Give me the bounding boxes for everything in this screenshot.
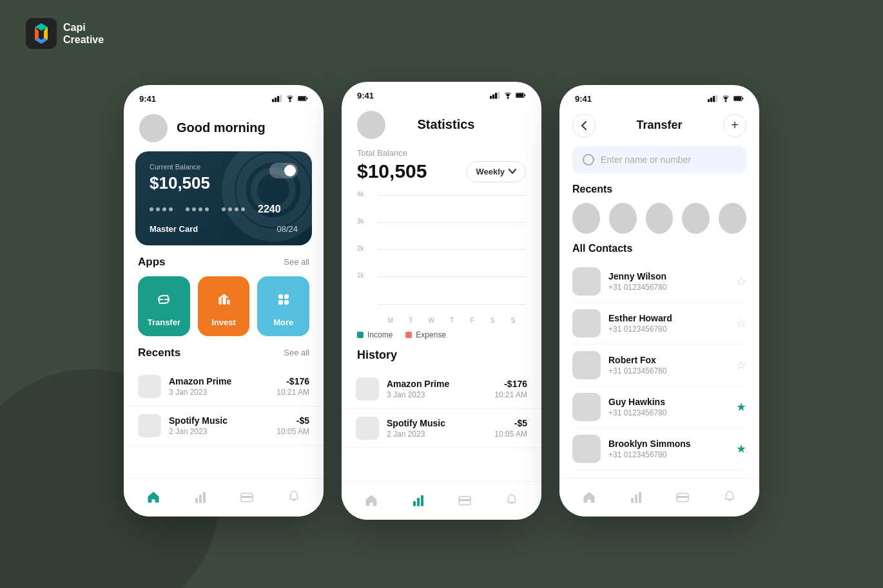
more-label: More	[273, 318, 293, 327]
nav-home-button[interactable]	[146, 489, 161, 505]
recents-section: Recents	[559, 184, 759, 243]
svg-rect-35	[708, 99, 710, 102]
nav-bell-button[interactable]	[286, 489, 302, 505]
transaction-item[interactable]: Amazon Prime 3 Jan 2023 -$176 10:21 AM	[124, 367, 324, 406]
more-icon	[272, 288, 295, 311]
battery-icon-2	[516, 91, 526, 99]
svg-rect-36	[710, 97, 712, 102]
app-invest-button[interactable]: Invest	[198, 276, 250, 336]
nav-home-button-2[interactable]	[364, 493, 379, 508]
legend-expense-item: Expense	[405, 330, 446, 339]
card-type: Master Card	[150, 224, 198, 234]
contact-avatar-guy	[572, 393, 601, 421]
contact-item-guy[interactable]: Guy Hawkins +31 0123456780 ★	[572, 386, 746, 428]
dot	[162, 207, 166, 211]
history-info-spotify: Spotify Music 2 Jan 2023	[387, 418, 487, 439]
contact-item-esther[interactable]: Esther Howard +31 0123456780 ☆	[572, 303, 746, 345]
x-label-w: W	[421, 317, 442, 324]
contact-item-jenny[interactable]: Jenny Wilson +31 0123456780 ☆	[572, 261, 746, 303]
add-button[interactable]: +	[723, 114, 746, 137]
favorite-button-guy[interactable]: ★	[736, 400, 746, 414]
recent-avatar-2[interactable]	[609, 203, 637, 234]
status-bar-2: 9:41	[342, 82, 541, 104]
nav-stats-button[interactable]	[193, 489, 208, 505]
back-button[interactable]	[572, 114, 596, 137]
favorite-button-jenny[interactable]: ☆	[736, 274, 746, 289]
home-header: Good morning	[124, 108, 324, 151]
history-right-amazon: -$176 10:21 AM	[494, 379, 527, 399]
recent-avatar-5[interactable]	[719, 203, 746, 234]
svg-rect-22	[241, 496, 253, 498]
contact-name-guy: Guy Hawkins	[608, 397, 728, 407]
status-icons-1	[272, 95, 308, 102]
recent-avatar-3[interactable]	[646, 203, 674, 234]
nav-card-button-3[interactable]	[675, 489, 690, 505]
contact-info-esther: Esther Howard +31 0123456780	[608, 313, 728, 334]
history-item-amazon[interactable]: Amazon Prime 3 Jan 2023 -$176 10:21 AM	[342, 370, 541, 409]
history-name: Amazon Prime	[387, 379, 487, 389]
period-selector[interactable]: Weekly	[466, 161, 526, 182]
battery-icon	[298, 95, 308, 102]
contact-item-robert[interactable]: Robert Fox +31 0123456780 ☆	[572, 345, 746, 386]
dot	[199, 207, 202, 211]
recent-avatar-1[interactable]	[572, 203, 600, 234]
balance-section: Total Balance $10,505 Weekly	[342, 148, 541, 189]
wifi-icon-3	[721, 95, 731, 102]
app-more-button[interactable]: More	[257, 276, 309, 336]
apps-see-all[interactable]: See all	[284, 257, 309, 267]
invest-icon	[212, 288, 235, 311]
svg-rect-24	[492, 94, 494, 99]
search-box[interactable]: Enter name or number	[572, 146, 746, 173]
bars-container	[378, 195, 526, 305]
contact-avatar-esther	[572, 309, 601, 337]
recent-avatar-4[interactable]	[682, 203, 710, 234]
svg-rect-14	[278, 294, 283, 299]
signal-icon	[272, 95, 282, 102]
bank-card[interactable]: Current Balance $10,505	[135, 151, 312, 245]
x-label-f: F	[462, 317, 483, 324]
contact-item-brooklyn[interactable]: Brooklyn Simmons +31 0123456780 ★	[572, 428, 746, 470]
app-transfer-button[interactable]: Transfer	[138, 276, 190, 336]
nav-bell-button-3[interactable]	[722, 489, 737, 505]
transaction-item[interactable]: Spotify Music 2 Jan 2023 -$5 10:05 AM	[124, 406, 324, 446]
history-info-amazon: Amazon Prime 3 Jan 2023	[387, 379, 487, 399]
card-toggle[interactable]	[269, 163, 298, 178]
recents-avatars	[572, 203, 746, 234]
tx-info-amazon: Amazon Prime 3 Jan 2023	[169, 376, 269, 397]
history-item-spotify[interactable]: Spotify Music 2 Jan 2023 -$5 10:05 AM	[342, 409, 541, 448]
contacts-section: All Contacts Jenny Wilson +31 0123456780…	[559, 243, 759, 470]
legend-income-dot	[357, 332, 364, 338]
apps-section-header: Apps See all	[124, 256, 324, 276]
nav-stats-button-2[interactable]	[411, 493, 426, 508]
svg-rect-46	[677, 496, 688, 498]
balance-info: Total Balance $10,505	[357, 148, 427, 182]
svg-rect-25	[495, 93, 497, 99]
nav-card-button[interactable]	[239, 489, 255, 505]
recents-see-all[interactable]: See all	[284, 348, 309, 357]
nav-bell-button-2[interactable]	[504, 493, 519, 508]
history-date: 3 Jan 2023	[387, 390, 487, 399]
nav-card-button-2[interactable]	[457, 493, 472, 508]
svg-rect-42	[631, 498, 634, 503]
svg-rect-37	[713, 96, 715, 102]
nav-stats-button-3[interactable]	[628, 489, 644, 505]
tx-date: 3 Jan 2023	[169, 388, 269, 397]
contact-avatar-robert	[572, 351, 601, 379]
favorite-button-esther[interactable]: ☆	[736, 316, 746, 330]
tx-time: 10:21 AM	[277, 388, 309, 397]
recents-title: Recents	[138, 346, 180, 359]
nav-home-button-3[interactable]	[581, 489, 597, 505]
tx-amount: -$5	[277, 415, 309, 426]
tx-name: Spotify Music	[169, 415, 269, 426]
balance-amount: $10,505	[357, 160, 427, 182]
history-date: 2 Jan 2023	[387, 430, 487, 439]
y-label-1k: 1k	[357, 272, 364, 279]
svg-rect-43	[635, 495, 637, 503]
tx-right-amazon: -$176 10:21 AM	[277, 376, 309, 397]
svg-rect-15	[284, 294, 289, 299]
favorite-button-brooklyn[interactable]: ★	[736, 442, 746, 456]
svg-rect-41	[734, 97, 741, 100]
phone-home: 9:41 Good morning Current Balance $10,50…	[124, 85, 324, 517]
dot	[205, 207, 209, 211]
favorite-button-robert[interactable]: ☆	[736, 358, 746, 372]
